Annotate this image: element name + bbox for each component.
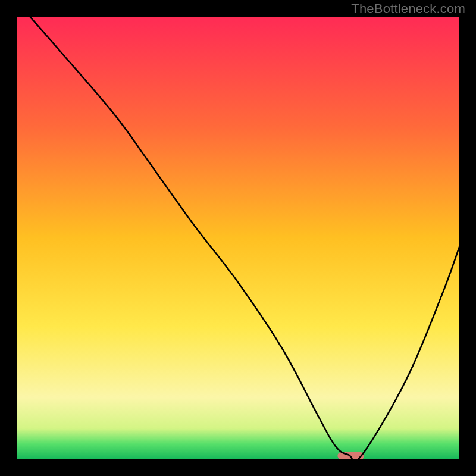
chart-background bbox=[17, 17, 459, 459]
watermark-text: TheBottleneck.com bbox=[351, 1, 465, 17]
chart-plot-area bbox=[17, 17, 459, 459]
chart-svg bbox=[17, 17, 459, 459]
